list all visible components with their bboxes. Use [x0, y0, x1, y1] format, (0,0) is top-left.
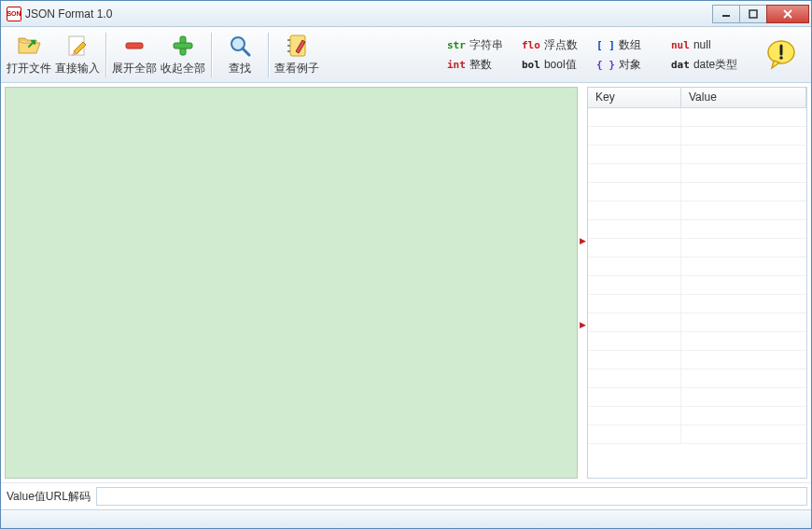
collapse-all-label: 收起全部 [161, 61, 205, 77]
table-row[interactable] [588, 220, 806, 239]
table-row[interactable] [588, 295, 806, 313]
table-row[interactable] [588, 332, 806, 351]
folder-open-icon [16, 33, 42, 59]
close-button[interactable] [766, 5, 809, 23]
notebook-icon [284, 33, 310, 59]
value-column-header[interactable]: Value [681, 88, 806, 107]
legend-str: str字符串 [447, 37, 514, 53]
svg-rect-7 [174, 43, 192, 49]
find-label: 查找 [229, 61, 251, 77]
key-column-header[interactable]: Key [588, 88, 681, 107]
window-controls [713, 5, 809, 23]
table-row[interactable] [588, 108, 806, 127]
minimize-button[interactable] [712, 5, 740, 23]
table-row[interactable] [588, 164, 806, 183]
content-area: ▶ ▶ Key Value [1, 83, 811, 482]
edit-icon [64, 33, 91, 59]
alert-icon[interactable] [763, 36, 800, 74]
toolbar-separator [268, 33, 269, 77]
arrow-right-icon: ▶ [580, 320, 586, 329]
url-decode-input[interactable] [96, 487, 807, 506]
find-button[interactable]: 查找 [216, 30, 264, 80]
maximize-button[interactable] [739, 5, 767, 23]
svg-line-9 [243, 49, 249, 55]
plus-icon [170, 33, 196, 59]
legend-dat: datdate类型 [671, 57, 749, 73]
table-row[interactable] [588, 276, 806, 295]
search-icon [227, 33, 253, 59]
legend-nul: nulnull [671, 37, 738, 53]
toolbar: 打开文件 直接输入 展开全部 收起全部 查找 [1, 27, 811, 83]
grid-header: Key Value [588, 88, 806, 108]
url-decode-label: Value值URL解码 [5, 489, 92, 505]
titlebar[interactable]: SON JSON Format 1.0 [1, 1, 811, 27]
table-row[interactable] [588, 313, 806, 332]
statusbar [1, 509, 811, 528]
type-legend: str字符串 flo浮点数 [ ]数组 nulnull int整数 bolboo… [441, 35, 755, 75]
arrow-right-icon: ▶ [580, 236, 586, 245]
view-example-label: 查看例子 [274, 61, 319, 77]
legend-arr: [ ]数组 [596, 37, 664, 53]
expand-all-button[interactable]: 展开全部 [110, 30, 159, 80]
json-editor[interactable] [5, 87, 578, 479]
table-row[interactable] [588, 127, 806, 146]
legend-obj: { }对象 [596, 57, 664, 73]
key-value-panel: Key Value [587, 87, 807, 479]
view-example-button[interactable]: 查看例子 [273, 30, 321, 80]
toolbar-separator [211, 33, 212, 77]
bottom-bar: Value值URL解码 [1, 482, 811, 509]
table-row[interactable] [588, 258, 806, 276]
direct-input-button[interactable]: 直接输入 [53, 30, 102, 80]
table-row[interactable] [588, 388, 806, 407]
open-file-button[interactable]: 打开文件 [5, 30, 53, 80]
svg-rect-1 [749, 10, 757, 18]
app-icon: SON [7, 7, 21, 21]
svg-point-16 [779, 56, 783, 60]
table-row[interactable] [588, 425, 806, 444]
svg-rect-5 [126, 43, 143, 49]
expand-all-label: 展开全部 [112, 61, 157, 77]
splitter[interactable]: ▶ ▶ [580, 87, 585, 479]
legend-flo: flo浮点数 [522, 37, 589, 53]
minus-icon [121, 33, 147, 59]
open-file-label: 打开文件 [7, 61, 51, 77]
table-row[interactable] [588, 183, 806, 202]
table-row[interactable] [588, 146, 806, 164]
app-window: SON JSON Format 1.0 打开文件 直接输入 展开全部 [0, 0, 812, 529]
grid-body[interactable] [588, 108, 806, 478]
table-row[interactable] [588, 351, 806, 369]
table-row[interactable] [588, 407, 806, 425]
legend-int: int整数 [447, 57, 514, 73]
direct-input-label: 直接输入 [55, 61, 100, 77]
table-row[interactable] [588, 239, 806, 258]
table-row[interactable] [588, 369, 806, 388]
toolbar-separator [105, 33, 106, 77]
collapse-all-button[interactable]: 收起全部 [159, 30, 207, 80]
table-row[interactable] [588, 202, 806, 220]
legend-bol: bolbool值 [522, 57, 589, 73]
window-title: JSON Format 1.0 [25, 7, 112, 21]
